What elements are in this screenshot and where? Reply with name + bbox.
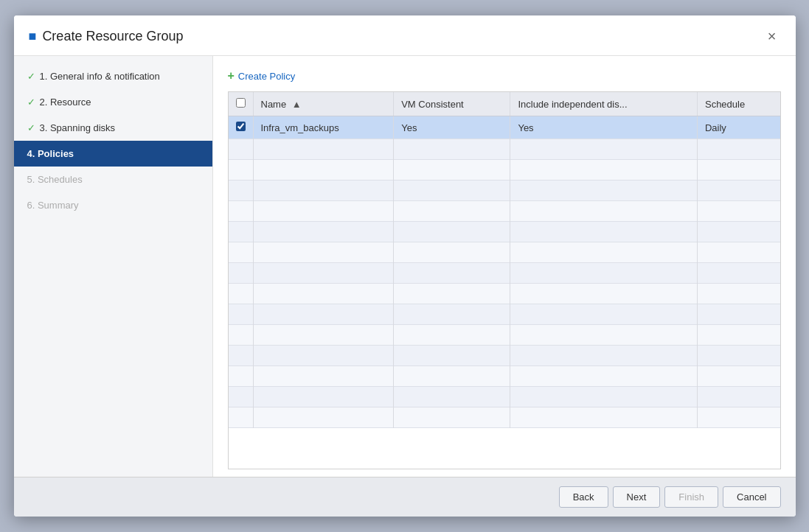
sidebar-item-policies[interactable]: 4. Policies <box>14 141 212 167</box>
table-row <box>229 160 780 181</box>
table-row <box>229 325 780 346</box>
sidebar-label-4: 4. Policies <box>27 148 74 159</box>
table-row <box>229 346 780 366</box>
header-schedule[interactable]: Schedule <box>697 92 780 116</box>
table-row <box>229 387 780 407</box>
table-row <box>229 242 780 263</box>
sidebar-item-general-info[interactable]: ✓ 1. General info & notification <box>14 63 212 89</box>
header-checkbox-cell <box>229 92 254 116</box>
sidebar: ✓ 1. General info & notification ✓ 2. Re… <box>14 56 213 477</box>
select-all-checkbox[interactable] <box>236 98 246 108</box>
sidebar-item-resource[interactable]: ✓ 2. Resource <box>14 89 212 115</box>
back-button[interactable]: Back <box>559 486 608 508</box>
close-button[interactable]: × <box>763 27 781 45</box>
dialog-title-icon: ■ <box>29 29 37 44</box>
create-resource-group-dialog: ■ Create Resource Group × ✓ 1. General i… <box>14 15 796 517</box>
sidebar-label-6: 6. Summary <box>27 200 79 211</box>
table-body: Infra_vm_backups Yes Yes Daily <box>229 116 780 428</box>
create-policy-button[interactable]: + Create Policy <box>228 69 781 83</box>
header-schedule-label: Schedule <box>705 99 745 110</box>
next-button[interactable]: Next <box>613 486 661 508</box>
sidebar-label-2: 2. Resource <box>40 97 91 108</box>
dialog-footer: Back Next Finish Cancel <box>14 477 796 517</box>
sidebar-item-summary: 6. Summary <box>14 192 212 218</box>
policies-table: Name ▲ VM Consistent Include independent… <box>229 92 780 428</box>
plus-icon: + <box>228 69 235 83</box>
header-vm-consistent[interactable]: VM Consistent <box>394 92 510 116</box>
row-include-independent-1: Yes <box>510 116 698 139</box>
header-include-independent[interactable]: Include independent dis... <box>510 92 698 116</box>
dialog-body: ✓ 1. General info & notification ✓ 2. Re… <box>14 56 796 477</box>
header-include-independent-label: Include independent dis... <box>518 99 627 110</box>
header-name-label: Name <box>261 99 287 110</box>
dialog-title: Create Resource Group <box>42 29 763 44</box>
table-row <box>229 222 780 242</box>
row-schedule-1: Daily <box>697 116 780 139</box>
table-row <box>229 139 780 160</box>
row-vm-consistent-1: Yes <box>394 116 510 139</box>
table-header-row: Name ▲ VM Consistent Include independent… <box>229 92 780 116</box>
sidebar-label-1: 1. General info & notification <box>40 71 160 82</box>
table-row[interactable]: Infra_vm_backups Yes Yes Daily <box>229 116 780 139</box>
policies-table-wrapper: Name ▲ VM Consistent Include independent… <box>228 91 781 469</box>
check-icon-2: ✓ <box>27 97 35 108</box>
check-icon-3: ✓ <box>27 122 35 133</box>
table-row <box>229 304 780 325</box>
table-row <box>229 263 780 284</box>
table-row <box>229 201 780 222</box>
sidebar-label-3: 3. Spanning disks <box>40 122 116 133</box>
row-name-1: Infra_vm_backups <box>253 116 394 139</box>
check-icon-1: ✓ <box>27 71 35 82</box>
content-area: + Create Policy Name ▲ <box>213 56 796 477</box>
row-checkbox-1[interactable] <box>236 122 246 131</box>
table-row <box>229 284 780 304</box>
header-vm-consistent-label: VM Consistent <box>401 99 464 110</box>
table-row <box>229 366 780 387</box>
table-row <box>229 407 780 428</box>
header-name[interactable]: Name ▲ <box>253 92 394 116</box>
finish-button[interactable]: Finish <box>664 486 718 508</box>
sidebar-item-spanning-disks[interactable]: ✓ 3. Spanning disks <box>14 115 212 141</box>
create-policy-label: Create Policy <box>238 71 295 82</box>
sidebar-item-schedules: 5. Schedules <box>14 167 212 192</box>
table-row <box>229 181 780 201</box>
dialog-header: ■ Create Resource Group × <box>14 15 796 56</box>
sidebar-label-5: 5. Schedules <box>27 174 83 185</box>
sort-icon-name: ▲ <box>292 99 302 110</box>
row-checkbox-cell <box>229 116 254 139</box>
cancel-button[interactable]: Cancel <box>723 486 780 508</box>
